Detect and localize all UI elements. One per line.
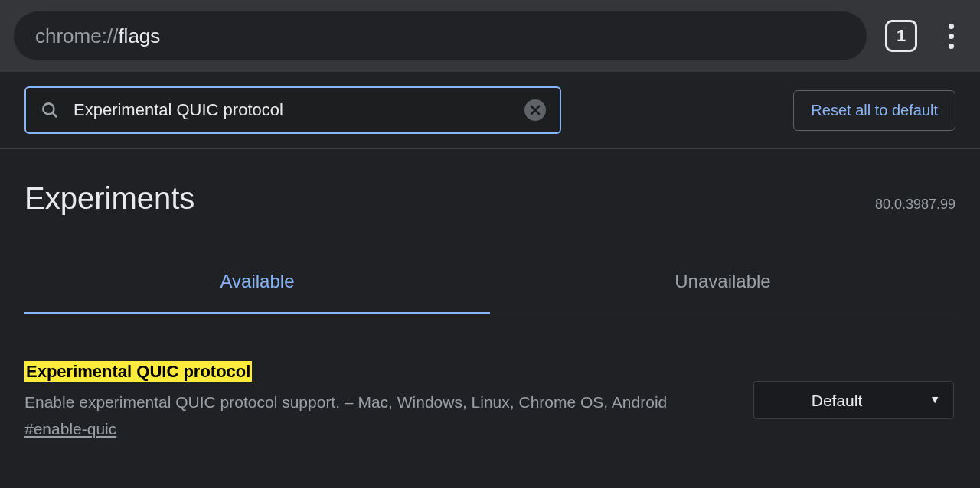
search-box: [24, 86, 561, 134]
svg-point-0: [43, 103, 54, 114]
clear-search-icon[interactable]: [524, 99, 546, 121]
overflow-menu-icon[interactable]: [936, 21, 966, 51]
flag-row: Experimental QUIC protocol Enable experi…: [24, 362, 956, 438]
page-content: Experiments 80.0.3987.99 Available Unava…: [0, 149, 980, 438]
omnibox-path: flags: [118, 24, 160, 48]
page-title: Experiments: [24, 181, 194, 216]
browser-chrome-bar: chrome://flags 1: [0, 0, 980, 72]
svg-line-1: [52, 112, 57, 117]
omnibox-scheme: chrome://: [35, 24, 118, 48]
search-input[interactable]: [74, 100, 511, 120]
tabs: Available Unavailable: [24, 257, 956, 314]
search-row: Reset all to default: [0, 72, 980, 149]
flag-description: Enable experimental QUIC protocol suppor…: [24, 391, 723, 414]
tab-available[interactable]: Available: [24, 257, 490, 314]
omnibox[interactable]: chrome://flags: [14, 11, 867, 60]
reset-all-button[interactable]: Reset all to default: [793, 90, 956, 131]
flag-title: Experimental QUIC protocol: [24, 361, 252, 382]
tab-count-button[interactable]: 1: [885, 20, 917, 52]
tab-unavailable[interactable]: Unavailable: [490, 257, 956, 314]
flag-state-select[interactable]: Default: [753, 381, 954, 419]
tab-count-value: 1: [897, 26, 906, 46]
search-icon: [40, 100, 60, 120]
chrome-version: 80.0.3987.99: [875, 197, 956, 213]
flag-hash-link[interactable]: #enable-quic: [24, 420, 116, 438]
